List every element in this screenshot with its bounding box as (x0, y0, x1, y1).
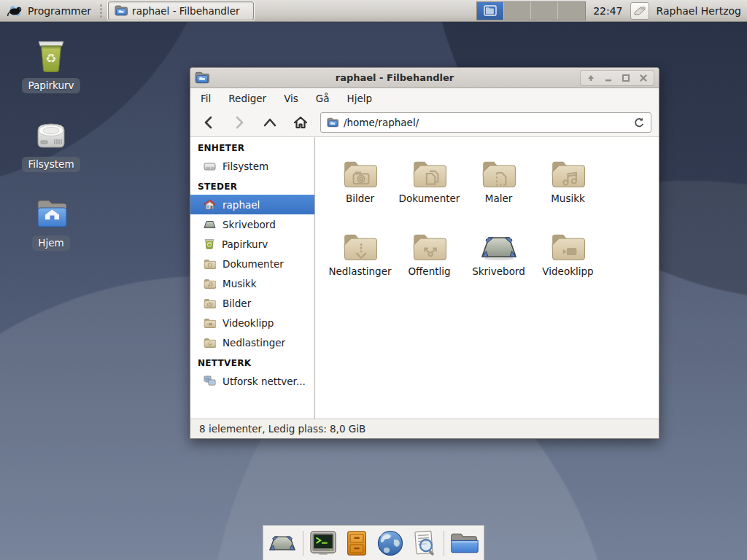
show-desktop-button[interactable] (268, 529, 297, 558)
xfce-logo-icon (7, 4, 23, 18)
folder-pictures-icon (342, 147, 379, 190)
file-item-templates[interactable]: Maler (464, 147, 533, 220)
file-label: Dokumenter (399, 192, 460, 204)
sidebar-item-trash[interactable]: Papirkurv (190, 234, 314, 254)
sidebar-item-label: Skrivebord (222, 219, 276, 230)
web-browser-launcher[interactable] (376, 529, 404, 558)
workspace-3[interactable] (531, 2, 558, 20)
file-label: Bilder (346, 192, 374, 204)
workspace-switcher[interactable] (476, 1, 586, 20)
file-manager-window: raphael - Filbehandler Fil Rediger Vis G… (190, 67, 659, 439)
desktop-icon-label: Filsystem (22, 157, 80, 172)
window-title: raphael - Filbehandler (209, 72, 580, 83)
sidebar-item-filesystem[interactable]: Filsystem (190, 156, 314, 176)
desktop-icon-home[interactable]: Hjem (15, 195, 88, 251)
folder-public-icon (411, 220, 448, 262)
sidebar-item-label: Dokumenter (222, 258, 284, 270)
file-item-public[interactable]: Offentlig (395, 220, 464, 293)
workspace-1-active[interactable] (477, 2, 504, 20)
file-label: Musikk (551, 192, 585, 204)
file-cabinet-launcher[interactable] (343, 529, 371, 558)
document-search-launcher[interactable] (410, 529, 438, 558)
sidebar-item-documents[interactable]: Dokumenter (190, 254, 314, 273)
desktop-icon-label: Papirkurv (22, 78, 80, 93)
dock-separator (303, 531, 303, 556)
user-actions-button[interactable] (630, 2, 649, 20)
sidebar-item-music[interactable]: Musikk (190, 273, 314, 293)
menu-file[interactable]: Fil (201, 93, 211, 104)
sidebar-item-label: Musikk (222, 278, 257, 289)
folder-music-icon (204, 279, 216, 289)
sidebar-header-devices: ENHETER (190, 137, 314, 156)
folder-videos-icon (204, 318, 216, 328)
sidebar-item-desktop[interactable]: Skrivebord (190, 214, 314, 234)
file-view[interactable]: Bilder Dokumenter (315, 137, 659, 419)
file-item-videos[interactable]: Videoklipp (533, 220, 603, 293)
dock (263, 525, 484, 560)
file-manager-launcher[interactable] (450, 529, 479, 558)
file-item-music[interactable]: Musikk (533, 147, 603, 220)
folder-documents-icon (204, 259, 216, 269)
panel-user-name[interactable]: Raphael Hertzog (657, 5, 741, 17)
file-label: Skrivebord (472, 265, 525, 277)
window-controls (580, 70, 654, 86)
desktop-icon (479, 220, 519, 262)
desktop-icon-trash[interactable]: ♻ Papirkurv (15, 38, 88, 93)
sidebar-item-label: Filsystem (222, 160, 268, 172)
terminal-launcher[interactable] (309, 529, 337, 558)
window-icon (195, 71, 209, 84)
sidebar: ENHETER Filsystem STEDER (190, 137, 315, 419)
menu-go[interactable]: Gå (316, 93, 330, 104)
maximize-button[interactable] (619, 71, 633, 85)
top-panel: Programmer raphael - Filbehandler 22:47 (0, 0, 747, 22)
file-label: Offentlig (408, 265, 450, 277)
toolbar: /home/raphael/ (190, 108, 659, 137)
user-home-icon (204, 199, 216, 210)
desktop-icon-filesystem[interactable]: Filsystem (15, 117, 88, 172)
back-button[interactable] (198, 112, 220, 133)
folder-downloads-icon (204, 338, 216, 348)
home-folder-icon (34, 195, 69, 232)
window-titlebar[interactable]: raphael - Filbehandler (190, 68, 659, 88)
trash-icon (204, 238, 215, 249)
folder-pictures-icon (204, 298, 216, 308)
reload-icon[interactable] (633, 117, 645, 128)
workspace-2[interactable] (504, 2, 531, 20)
workspace-4[interactable] (558, 2, 585, 20)
home-button[interactable] (290, 112, 311, 133)
sidebar-item-label: Bilder (222, 298, 251, 309)
minimize-button[interactable] (601, 71, 616, 85)
file-label: Nedlastinger (328, 265, 391, 277)
taskbar-window-button[interactable]: raphael - Filbehandler (108, 1, 254, 20)
svg-text:♻: ♻ (45, 51, 56, 66)
applications-menu[interactable]: Programmer (4, 2, 94, 20)
sidebar-header-network: NETTVERK (190, 352, 314, 371)
close-button[interactable] (636, 71, 651, 85)
location-bar[interactable]: /home/raphael/ (320, 112, 651, 133)
menu-edit[interactable]: Rediger (228, 93, 266, 104)
sidebar-item-home[interactable]: raphael (190, 195, 314, 214)
taskbar-window-label: raphael - Filbehandler (132, 5, 239, 17)
path-input[interactable]: /home/raphael/ (344, 117, 628, 128)
up-button[interactable] (259, 112, 281, 133)
file-item-documents[interactable]: Dokumenter (395, 147, 464, 220)
shade-button[interactable] (584, 71, 598, 85)
statusbar-text: 8 ielementer, Ledig plass: 8,0 GiB (199, 423, 365, 435)
sidebar-item-pictures[interactable]: Bilder (190, 293, 314, 313)
folder-icon (327, 117, 338, 128)
file-item-pictures[interactable]: Bilder (325, 147, 395, 220)
sidebar-item-downloads[interactable]: Nedlastinger (190, 332, 314, 352)
sidebar-item-browse-network[interactable]: Utforsk nettver... (190, 371, 314, 391)
statusbar: 8 ielementer, Ledig plass: 8,0 GiB (190, 419, 659, 438)
drive-icon (204, 161, 216, 171)
file-item-downloads[interactable]: Nedlastinger (325, 220, 395, 293)
sidebar-item-label: Videoklipp (222, 317, 274, 329)
file-item-desktop[interactable]: Skrivebord (464, 220, 533, 293)
sidebar-item-videos[interactable]: Videoklipp (190, 313, 314, 332)
sidebar-item-label: raphael (222, 199, 260, 211)
menu-help[interactable]: Hjelp (347, 93, 373, 104)
folder-downloads-icon (342, 220, 379, 262)
forward-button[interactable] (228, 112, 250, 133)
folder-videos-icon (550, 220, 587, 262)
menu-view[interactable]: Vis (284, 93, 298, 104)
